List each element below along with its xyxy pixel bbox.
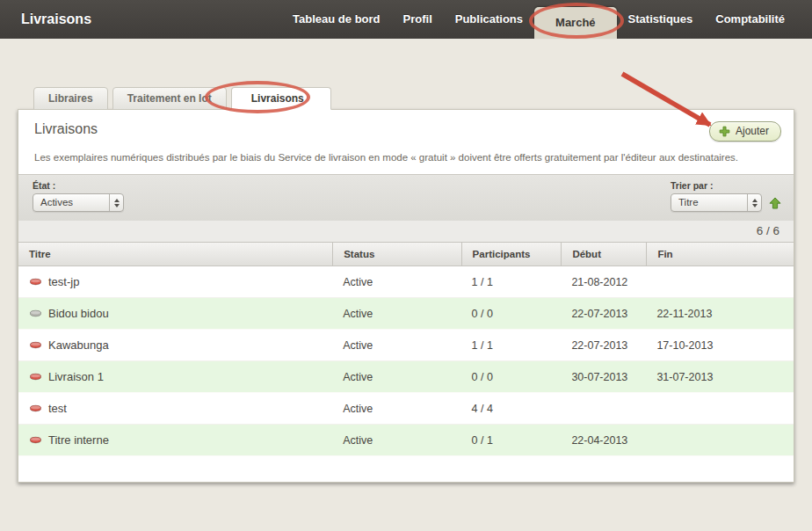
row-titre[interactable]: test (48, 402, 67, 415)
row-titre[interactable]: test-jp (48, 275, 79, 288)
nav-item-comptabilite[interactable]: Comptabilité (704, 0, 796, 39)
state-select-value: Actives (33, 194, 109, 211)
row-participants: 0 / 1 (461, 434, 562, 447)
state-filter-group: État : Actives (33, 180, 124, 212)
nav-item-tableau-de-bord[interactable]: Tableau de bord (281, 0, 391, 39)
add-button-label: Ajouter (736, 125, 769, 137)
stepper-icon (747, 194, 761, 211)
nav-item-profil[interactable]: Profil (392, 0, 444, 39)
row-participants: 0 / 0 (461, 371, 562, 383)
row-participants: 4 / 4 (461, 403, 562, 415)
row-status: Active (332, 308, 460, 320)
nav-item-publications[interactable]: Publications (444, 0, 534, 39)
top-nav-bar: Livraisons Tableau de bord Profil Public… (0, 0, 812, 39)
add-button[interactable]: Ajouter (709, 121, 781, 142)
panel-footer-space (18, 456, 794, 482)
tab-livraisons[interactable]: Livraisons (231, 87, 331, 110)
row-status: Active (332, 339, 460, 352)
row-fin: 22-11-2013 (646, 308, 794, 320)
app-title: Livraisons (0, 0, 91, 39)
column-header-fin[interactable]: Fin (646, 243, 794, 266)
row-debut: 22-07-2013 (561, 339, 646, 352)
row-titre[interactable]: Bidou bidou (48, 307, 109, 320)
table-row[interactable]: test-jp Active 1 / 1 21-08-2012 (18, 266, 794, 298)
sort-filter-label: Trier par : (671, 180, 781, 191)
sort-direction-arrow-up-icon[interactable] (769, 197, 781, 209)
result-count: 6 / 6 (18, 221, 794, 242)
row-debut: 22-07-2013 (561, 308, 646, 320)
livraisons-panel: Livraisons Ajouter Les exemplaires numér… (18, 109, 794, 483)
book-icon (29, 372, 42, 382)
plus-icon (719, 126, 730, 137)
column-header-participants[interactable]: Participants (461, 243, 562, 266)
row-fin: 17-10-2013 (646, 339, 794, 352)
state-select[interactable]: Actives (33, 193, 124, 212)
book-icon (29, 277, 42, 287)
row-status: Active (332, 403, 460, 415)
row-status: Active (332, 434, 460, 447)
table-body: test-jp Active 1 / 1 21-08-2012 Bidou bi… (18, 266, 794, 456)
table-row[interactable]: Bidou bidou Active 0 / 0 22-07-2013 22-1… (18, 298, 794, 330)
table-row[interactable]: Titre interne Active 0 / 1 22-04-2013 (18, 425, 794, 456)
row-titre[interactable]: Livraison 1 (48, 370, 104, 383)
book-icon (29, 309, 42, 318)
panel-description: Les exemplaires numériques distribués pa… (18, 142, 794, 174)
row-status: Active (332, 371, 460, 383)
sort-filter-group: Trier par : Titre (671, 180, 781, 212)
panel-header: Livraisons Ajouter (18, 110, 794, 142)
sort-select-value: Titre (671, 194, 747, 211)
column-header-titre[interactable]: Titre (18, 243, 332, 266)
column-header-debut[interactable]: Début (561, 243, 646, 266)
row-participants: 1 / 1 (461, 339, 562, 352)
tab-traitement-en-lot[interactable]: Traitement en lot (112, 87, 227, 110)
row-debut: 30-07-2013 (561, 371, 646, 383)
nav-item-statistiques[interactable]: Statistiques (617, 0, 705, 39)
book-icon (29, 404, 42, 413)
sort-select[interactable]: Titre (671, 193, 762, 212)
column-header-status[interactable]: Status (332, 243, 460, 266)
row-participants: 0 / 0 (461, 308, 562, 320)
stepper-icon (109, 194, 123, 211)
row-participants: 1 / 1 (461, 276, 562, 288)
state-filter-label: État : (33, 180, 124, 191)
row-titre[interactable]: Titre interne (48, 433, 109, 447)
table-row[interactable]: Kawabunga Active 1 / 1 22-07-2013 17-10-… (18, 330, 794, 361)
row-fin: 31-07-2013 (646, 371, 794, 383)
table-row[interactable]: test Active 4 / 4 (18, 393, 794, 425)
book-icon (29, 435, 42, 445)
book-icon (29, 340, 42, 350)
nav-menu: Tableau de bord Profil Publications Marc… (281, 0, 812, 39)
row-debut: 22-04-2013 (561, 434, 646, 447)
filter-bar: État : Actives Trier par : Titre (18, 174, 794, 221)
nav-item-marche[interactable]: Marché (534, 7, 617, 39)
page-title: Livraisons (34, 121, 98, 137)
row-debut: 21-08-2012 (561, 276, 646, 288)
row-titre[interactable]: Kawabunga (48, 338, 109, 352)
table-row[interactable]: Livraison 1 Active 0 / 0 30-07-2013 31-0… (18, 361, 794, 393)
sub-tabs: Libraires Traitement en lot Livraisons (18, 87, 794, 109)
row-status: Active (332, 276, 460, 288)
tab-libraires[interactable]: Libraires (33, 87, 108, 110)
table-header: Titre Status Participants Début Fin (18, 242, 794, 266)
